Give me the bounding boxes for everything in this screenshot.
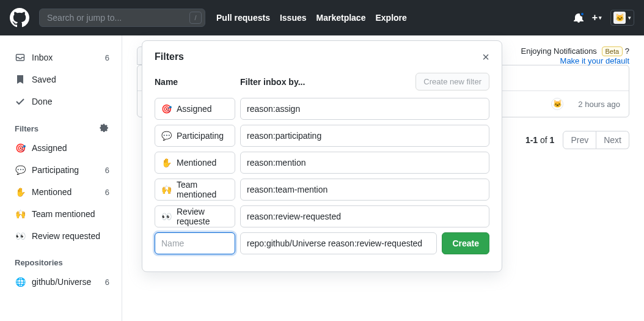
new-filter-row: Create bbox=[155, 232, 489, 254]
hand-icon: ✋ bbox=[161, 158, 172, 168]
nav-pull-requests[interactable]: Pull requests bbox=[216, 13, 270, 23]
sidebar-item-inbox[interactable]: Inbox 6 bbox=[9, 46, 115, 68]
sidebar-item-count: 6 bbox=[105, 166, 109, 175]
sidebar: Inbox 6 Saved Done Filters 🎯 Assigned 💬 … bbox=[0, 35, 122, 321]
filters-modal: Filters × Name Filter inbox by... Create… bbox=[142, 40, 502, 272]
sidebar-item-label: Inbox bbox=[32, 53, 53, 62]
speech-icon: 💬 bbox=[15, 165, 26, 175]
next-button[interactable]: Next bbox=[596, 131, 629, 149]
bookmark-icon bbox=[15, 75, 26, 84]
filter-row: 💬Participating reason:participating bbox=[155, 125, 489, 147]
speech-icon: 💬 bbox=[161, 131, 172, 141]
pager-info: 1-1 of 1 bbox=[525, 135, 555, 145]
create-button[interactable]: Create bbox=[442, 232, 489, 254]
sidebar-item-saved[interactable]: Saved bbox=[9, 68, 115, 90]
sidebar-filters-section: Filters 🎯 Assigned 💬 Participating 6 ✋ M… bbox=[9, 124, 115, 247]
nav-explore[interactable]: Explore bbox=[375, 13, 406, 23]
inbox-icon bbox=[15, 53, 26, 62]
filter-row: 👀Review requeste reason:review-requested bbox=[155, 205, 489, 227]
sidebar-item-label: Saved bbox=[32, 75, 56, 84]
header-nav: Pull requests Issues Marketplace Explore bbox=[216, 13, 407, 23]
filter-row: 🎯Assigned reason:assign bbox=[155, 98, 489, 120]
header-right: +▾ 🐱 ▾ bbox=[574, 10, 634, 26]
create-new-filter-button[interactable]: Create new filter bbox=[415, 73, 489, 90]
add-menu[interactable]: +▾ bbox=[592, 12, 602, 23]
modal-header: Filters × bbox=[142, 41, 502, 73]
github-logo-icon[interactable] bbox=[10, 8, 29, 28]
filter-row: ✋Mentioned reason:mention bbox=[155, 152, 489, 174]
sidebar-item-label: Review requested bbox=[32, 231, 100, 241]
target-icon: 🎯 bbox=[15, 143, 26, 153]
notification-dot-icon bbox=[580, 12, 585, 17]
sidebar-filter-team-mentioned[interactable]: 🙌 Team mentioned bbox=[9, 203, 115, 225]
filter-name-mentioned[interactable]: ✋Mentioned bbox=[155, 152, 235, 174]
sidebar-filter-assigned[interactable]: 🎯 Assigned bbox=[9, 137, 115, 159]
filter-name-participating[interactable]: 💬Participating bbox=[155, 125, 235, 147]
sidebar-repos-section: Repositories 🌐 github/Universe 6 bbox=[9, 258, 115, 293]
sidebar-item-label: github/Universe bbox=[32, 277, 91, 287]
sidebar-item-count: 6 bbox=[105, 53, 109, 62]
column-name-header: Name bbox=[155, 77, 240, 87]
search-wrap: / bbox=[39, 9, 205, 27]
filter-row: 🙌Team mentioned reason:team-mention bbox=[155, 179, 489, 201]
hand-icon: ✋ bbox=[15, 187, 26, 197]
filter-query[interactable]: reason:assign bbox=[240, 98, 489, 120]
sidebar-item-label: Participating bbox=[32, 165, 79, 175]
check-icon bbox=[15, 97, 26, 106]
target-icon: 🎯 bbox=[161, 104, 172, 114]
filter-name-team-mentioned[interactable]: 🙌Team mentioned bbox=[155, 179, 235, 201]
nav-issues[interactable]: Issues bbox=[280, 13, 307, 23]
sidebar-repo-item[interactable]: 🌐 github/Universe 6 bbox=[9, 271, 115, 293]
enjoy-notifications: Enjoying Notifications Beta ? Make it yo… bbox=[521, 46, 629, 65]
beta-badge: Beta bbox=[602, 46, 623, 56]
filter-query[interactable]: reason:mention bbox=[240, 152, 489, 174]
sidebar-filters-header: Filters bbox=[9, 124, 115, 133]
user-menu[interactable]: 🐱 ▾ bbox=[610, 10, 634, 26]
new-filter-name-input[interactable] bbox=[155, 232, 235, 254]
filter-name-assigned[interactable]: 🎯Assigned bbox=[155, 98, 235, 120]
github-header: / Pull requests Issues Marketplace Explo… bbox=[0, 0, 644, 35]
modal-body: Name Filter inbox by... Create new filte… bbox=[142, 73, 502, 271]
sidebar-item-done[interactable]: Done bbox=[9, 90, 115, 113]
search-input[interactable] bbox=[39, 9, 205, 27]
eyes-icon: 👀 bbox=[161, 212, 172, 221]
sidebar-item-label: Assigned bbox=[32, 143, 67, 153]
sidebar-filter-mentioned[interactable]: ✋ Mentioned 6 bbox=[9, 181, 115, 203]
sidebar-item-label: Mentioned bbox=[32, 187, 71, 197]
eyes-icon: 👀 bbox=[15, 231, 26, 241]
filter-query[interactable]: reason:team-mention bbox=[240, 179, 489, 201]
gear-icon[interactable] bbox=[100, 124, 109, 133]
sidebar-repos-header: Repositories bbox=[9, 258, 115, 267]
modal-column-headers: Name Filter inbox by... Create new filte… bbox=[155, 73, 489, 90]
row-timestamp: 2 hours ago bbox=[578, 100, 620, 109]
nav-marketplace[interactable]: Marketplace bbox=[317, 13, 366, 23]
avatar-icon: 🐱 bbox=[613, 12, 626, 24]
slash-key-hint: / bbox=[189, 12, 202, 24]
column-filter-header: Filter inbox by... bbox=[240, 77, 305, 87]
sidebar-filter-review-requested[interactable]: 👀 Review requested bbox=[9, 225, 115, 247]
avatar-icon: 🐱 bbox=[551, 98, 563, 110]
filter-query[interactable]: reason:review-requested bbox=[240, 205, 489, 227]
raised-hands-icon: 🙌 bbox=[15, 209, 26, 219]
modal-title: Filters bbox=[155, 51, 184, 62]
raised-hands-icon: 🙌 bbox=[161, 185, 172, 194]
sidebar-item-label: Team mentioned bbox=[32, 209, 95, 219]
filter-name-review-requested[interactable]: 👀Review requeste bbox=[155, 205, 235, 227]
globe-icon: 🌐 bbox=[15, 277, 26, 287]
sidebar-filter-participating[interactable]: 💬 Participating 6 bbox=[9, 159, 115, 181]
notifications-icon[interactable] bbox=[574, 13, 584, 23]
make-default-link[interactable]: Make it your default bbox=[521, 56, 629, 65]
filter-query[interactable]: reason:participating bbox=[240, 125, 489, 147]
sidebar-item-count: 6 bbox=[105, 278, 109, 287]
sidebar-item-count: 6 bbox=[105, 188, 109, 197]
close-icon[interactable]: × bbox=[482, 51, 489, 63]
new-filter-query-input[interactable] bbox=[240, 232, 437, 254]
sidebar-item-label: Done bbox=[32, 97, 52, 106]
prev-button[interactable]: Prev bbox=[563, 131, 596, 149]
